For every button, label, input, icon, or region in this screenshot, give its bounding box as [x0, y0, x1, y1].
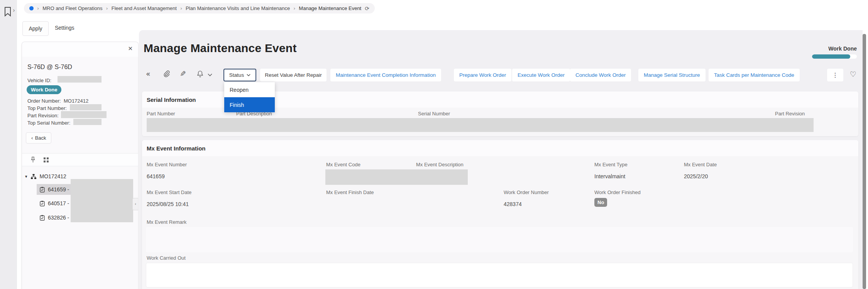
breadcrumb-separator-icon: › — [180, 6, 182, 11]
status-button-label: Status — [229, 72, 244, 78]
status-dropdown-button[interactable]: Status — [223, 69, 256, 81]
bookmark-icon[interactable] — [3, 6, 12, 17]
context-panel-header — [22, 42, 138, 57]
chevron-down-icon[interactable] — [208, 73, 212, 76]
status-badge: Work Done — [27, 85, 61, 94]
chevron-left-icon: ‹ — [135, 202, 136, 206]
back-button-label: Back — [35, 135, 46, 141]
link-execute-work-order[interactable]: Execute Work Order — [512, 69, 570, 81]
breadcrumb: › MRO and Fleet Operations › Fleet and A… — [24, 3, 375, 14]
mx-event-code-label: Mx Event Code — [326, 162, 360, 167]
tree-item-640517[interactable]: 640517 - — [37, 198, 72, 209]
context-title: S-76D @ S-76D — [27, 64, 72, 71]
panel-collapse-handle[interactable]: ‹ — [132, 198, 138, 210]
layout-grid-icon[interactable] — [43, 157, 49, 163]
chevron-down-icon — [247, 74, 250, 76]
favorite-heart-icon[interactable]: ♡ — [850, 71, 856, 78]
link-task-cards-per-maintenance-code[interactable]: Task Cards per Maintenance Code — [709, 69, 800, 81]
mx-event-information-card: Mx Event Information Mx Event Number 641… — [142, 140, 858, 289]
tree-item-label: 632826 - — [48, 215, 69, 221]
tree-toolbar — [22, 153, 138, 166]
work-carried-out-label: Work Carried Out — [147, 255, 186, 261]
tree-item-label: 640517 - — [48, 200, 69, 206]
kebab-menu-icon: ⋮ — [832, 72, 838, 78]
work-order-number-label: Work Order Number — [504, 189, 549, 195]
vehicle-id-label: Vehicle ID: — [27, 78, 51, 83]
part-revision-column-label: Part Revision — [775, 111, 805, 117]
tree-redacted-block — [71, 179, 133, 222]
edit-pencil-icon[interactable]: ✎ — [180, 70, 186, 78]
rail-expand-icon[interactable]: › — [13, 8, 15, 14]
chevron-left-icon: ‹ — [31, 135, 33, 140]
top-part-number-label: Top Part Number: — [27, 105, 67, 111]
task-card-icon — [40, 201, 45, 206]
mx-event-start-date-label: Mx Event Start Date — [147, 189, 191, 195]
order-number-label: Order Number: — [27, 98, 61, 104]
work-order-finished-label: Work Order Finished — [594, 189, 641, 195]
mx-event-start-date-value: 2025/08/25 10:41 — [147, 201, 189, 207]
breadcrumb-separator-icon: › — [293, 6, 295, 11]
mx-event-description-label: Mx Event Description — [416, 162, 464, 167]
status-option-finish[interactable]: Finish — [224, 97, 275, 112]
breadcrumb-item-plan[interactable]: Plan Maintenance Visits and Line Mainten… — [186, 5, 290, 11]
breadcrumb-home-dot[interactable] — [29, 6, 34, 10]
work-carried-out-field[interactable] — [146, 263, 853, 287]
top-serial-number-label: Top Serial Number: — [27, 120, 70, 126]
mx-event-remark-label: Mx Event Remark — [147, 219, 186, 225]
settings-button[interactable]: Settings — [55, 25, 74, 31]
breadcrumb-item-mro[interactable]: MRO and Fleet Operations — [42, 5, 102, 11]
tree-root-label: MO172412 — [40, 173, 66, 179]
top-part-number-redacted-value — [70, 104, 102, 110]
serial-number-label: Serial Number — [418, 111, 450, 117]
link-conclude-work-order[interactable]: Conclude Work Order — [570, 69, 631, 81]
refresh-icon[interactable]: ⟳ — [365, 6, 369, 11]
breadcrumb-separator-icon: › — [106, 6, 108, 11]
work-order-finished-badge: No — [594, 198, 607, 207]
left-rail — [0, 0, 17, 289]
progress-bar-fill — [812, 54, 850, 59]
app-window: › › MRO and Fleet Operations › Fleet and… — [0, 0, 868, 289]
mx-event-type-value: Intervalmaint — [594, 173, 625, 179]
tree-item-632826[interactable]: 632826 - — [37, 212, 72, 223]
attachment-icon[interactable] — [162, 70, 171, 78]
task-card-icon — [40, 187, 45, 193]
mx-event-remark-field[interactable] — [146, 227, 853, 252]
collapse-toolbar-icon[interactable]: « — [146, 70, 151, 78]
vertical-scrollbar[interactable] — [863, 34, 866, 289]
status-option-reopen[interactable]: Reopen — [224, 82, 275, 97]
mx-event-date-value: 2025/2/20 — [684, 173, 708, 179]
mx-event-type-label: Mx Event Type — [594, 162, 628, 167]
link-manage-serial-structure[interactable]: Manage Serial Structure — [638, 69, 706, 81]
breadcrumb-item-fleet[interactable]: Fleet and Asset Management — [112, 5, 177, 11]
mx-event-number-label: Mx Event Number — [147, 162, 187, 167]
reset-value-after-repair-button[interactable]: Reset Value After Repair — [260, 69, 327, 81]
apply-button[interactable]: Apply — [22, 21, 49, 36]
task-card-icon — [40, 215, 45, 221]
top-serial-number-redacted-value — [73, 119, 102, 125]
vehicle-id-redacted-value — [58, 76, 102, 83]
serial-row-redacted-values — [147, 118, 814, 132]
more-options-button[interactable]: ⋮ — [827, 69, 843, 81]
order-number-value: MO172412 — [64, 98, 88, 104]
link-maintenance-event-completion-information[interactable]: Maintenance Event Completion Information — [330, 69, 441, 81]
mx-event-number-value: 641659 — [147, 173, 165, 179]
mx-event-code-redacted-value — [325, 169, 468, 185]
mx-event-information-title: Mx Event Information — [142, 140, 858, 157]
context-panel: ✕ S-76D @ S-76D Vehicle ID: Work Done Or… — [22, 42, 139, 289]
breadcrumb-item-current[interactable]: Manage Maintenance Event — [299, 5, 361, 11]
structure-icon — [30, 174, 37, 179]
tree-root-node[interactable]: ▾ MO172412 — [25, 173, 66, 179]
link-prepare-work-order[interactable]: Prepare Work Order — [454, 69, 511, 81]
progress-bar — [812, 54, 857, 59]
close-icon[interactable]: ✕ — [128, 46, 133, 52]
order-number-row: Order Number: MO172412 — [27, 98, 88, 104]
pin-icon[interactable] — [30, 157, 36, 163]
progress-status-label: Work Done — [810, 46, 857, 52]
tree-item-label: 641659 - — [48, 186, 69, 193]
mx-event-finish-date-label: Mx Event Finish Date — [326, 189, 374, 195]
page-title: Manage Maintenance Event — [144, 42, 297, 55]
tree-caret-icon[interactable]: ▾ — [25, 174, 27, 179]
back-button[interactable]: ‹ Back — [26, 132, 51, 144]
notification-bell-icon[interactable] — [196, 70, 204, 78]
part-revision-redacted-value — [61, 111, 107, 118]
